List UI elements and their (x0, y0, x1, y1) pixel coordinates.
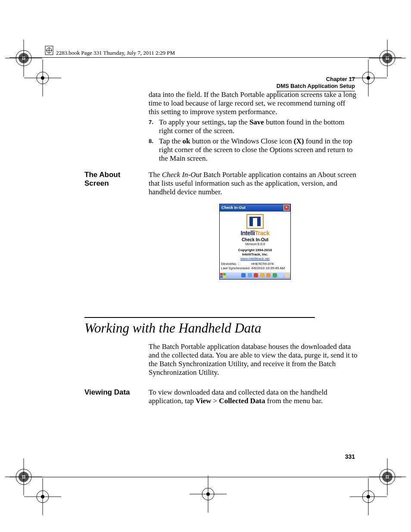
taskbar (220, 272, 290, 279)
logo-icon (246, 214, 264, 229)
page-number: 331 (345, 453, 355, 460)
crop-mark-icon (369, 40, 406, 77)
screenshot-titlebar: Check In-Out × (220, 204, 290, 212)
section-heading-viewing: Viewing Data (84, 388, 145, 397)
section-title: Working with the Handheld Data (84, 317, 315, 336)
svg-point-10 (382, 53, 392, 63)
working-paragraph: The Batch Portable application database … (149, 342, 358, 377)
chapter-header: Chapter 17 DMS Batch Application Setup (277, 76, 355, 91)
tray-icons (241, 273, 290, 278)
crop-mark-icon (190, 476, 227, 513)
svg-point-6 (41, 76, 44, 80)
sync-label: Last Synchronized: (221, 266, 251, 271)
svg-point-15 (367, 76, 370, 80)
viewing-paragraph: To view downloaded data and collected da… (149, 388, 358, 405)
rule-line (9, 57, 402, 58)
sync-value: 4/6/2010 10:35:49 AM (251, 266, 285, 271)
device-label: DeviceNo. : (221, 262, 251, 266)
tray-icon (254, 273, 258, 277)
company-text: IntelliTrack, Inc. (220, 252, 290, 257)
company-url: www.intellitrack.net (240, 257, 270, 261)
close-icon: × (283, 205, 290, 211)
svg-point-33 (367, 495, 370, 498)
windows-start-icon (220, 273, 226, 278)
brand-logo-text: IntelliTrack (220, 230, 290, 236)
chapter-number: Chapter 17 (277, 76, 355, 83)
list-number: 8. (149, 138, 153, 144)
crop-mark-icon (24, 478, 61, 515)
svg-point-1 (19, 53, 29, 63)
chapter-title: DMS Batch Application Setup (277, 83, 355, 91)
list-text: To apply your settings, tap the Save but… (159, 118, 358, 135)
about-paragraph: The Check In-Out Batch Portable applicat… (149, 171, 358, 196)
list-item: 7. To apply your settings, tap the Save … (149, 118, 358, 135)
svg-point-0 (16, 50, 31, 66)
svg-point-14 (362, 72, 374, 84)
crop-mark-icon (5, 40, 42, 77)
running-head: 2283.book Page 331 Thursday, July 7, 201… (56, 50, 175, 56)
page-icon (45, 46, 53, 57)
tray-icon (273, 273, 277, 277)
tray-icon (241, 273, 246, 277)
tray-icon (248, 273, 252, 277)
svg-point-23 (37, 491, 49, 503)
paragraph-text: data into the field. If the Batch Portab… (149, 90, 358, 116)
screenshot-title: Check In-Out (221, 205, 246, 210)
tray-icon (285, 273, 290, 277)
device-info: DeviceNo. :HHE5C59-074 Last Synchronized… (220, 261, 290, 272)
svg-point-36 (202, 488, 214, 500)
version-text: Version 8.0.0 (220, 242, 290, 246)
tray-icon (266, 273, 271, 277)
svg-point-24 (41, 495, 44, 498)
about-screenshot: Check In-Out × IntelliTrack Check In-Out… (219, 204, 291, 280)
crop-mark-icon (24, 59, 61, 96)
svg-point-5 (37, 72, 49, 84)
svg-point-9 (380, 50, 395, 66)
rule-line (9, 477, 402, 477)
list-item: 8. Tap the ok button or the Windows Clos… (149, 137, 358, 163)
product-name: Check In-Out (220, 237, 290, 242)
device-value: HHE5C59-074 (251, 262, 274, 266)
section-heading-about: The About Screen (84, 171, 145, 188)
body-paragraph: data into the field. If the Batch Portab… (149, 90, 358, 119)
svg-point-32 (362, 491, 374, 503)
list-text: Tap the ok button or the Windows Close i… (159, 137, 358, 163)
crop-mark-icon (350, 478, 387, 515)
tray-icon (260, 273, 265, 277)
page: 2283.book Page 331 Thursday, July 7, 201… (0, 0, 411, 532)
list-number: 7. (149, 119, 153, 125)
svg-point-37 (206, 492, 210, 496)
tray-icon (279, 273, 283, 277)
copyright-text: Copyright 1994-2010 (220, 248, 290, 252)
